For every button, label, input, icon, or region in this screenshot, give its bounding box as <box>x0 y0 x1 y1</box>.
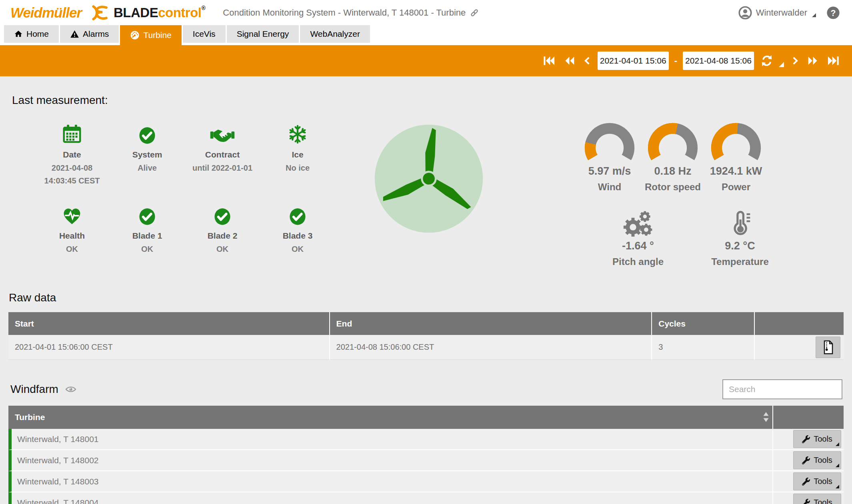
download-zip-button[interactable] <box>816 337 840 358</box>
gauges-row: 5.97 m/s Wind 0.18 Hz Rotor speed 1924.1… <box>578 122 788 193</box>
app-header: Weidmüller BLADEcontrol® Condition Monit… <box>0 0 852 25</box>
fast-forward-icon <box>807 55 819 67</box>
column-header-turbine[interactable]: Turbine <box>8 406 773 429</box>
user-name: Winterwalder <box>756 8 807 18</box>
tools-dropdown-caret-icon <box>836 485 839 488</box>
turbine-gauge-icon <box>130 30 140 40</box>
wind-gauge: 5.97 m/s Wind <box>578 122 641 193</box>
tab-icevis[interactable]: IceVis <box>183 25 226 43</box>
windfarm-header-row: Windfarm <box>10 379 842 399</box>
status-date: Date 2021-04-08 14:03:45 CEST <box>34 122 110 185</box>
wrench-icon <box>802 499 810 504</box>
check-circle-icon <box>138 203 156 226</box>
tools-cell: Tools <box>773 471 844 492</box>
wind-turbine-rotor-icon <box>374 124 484 235</box>
step-forward-button[interactable] <box>788 51 802 70</box>
fast-backward-icon <box>564 55 576 67</box>
visibility-toggle[interactable] <box>65 384 77 394</box>
user-menu[interactable]: Winterwalder <box>738 6 816 20</box>
table-row: Winterwald, T 148003 Tools <box>8 471 844 492</box>
turbine-name-cell: Winterwald, T 148001 <box>8 429 773 450</box>
tools-dropdown-caret-icon <box>836 464 839 467</box>
heart-pulse-icon <box>62 203 82 226</box>
power-gauge: 1924.1 kW Power <box>704 122 768 193</box>
table-row: Winterwald, T 148001 Tools <box>8 429 844 450</box>
skip-to-end-button[interactable] <box>824 51 843 70</box>
tab-turbine[interactable]: Turbine <box>120 25 181 45</box>
windfarm-table: Turbine Winterwald, T 148001 Tools Winte… <box>0 406 852 504</box>
check-circle-icon <box>138 122 156 145</box>
gears-icon <box>622 210 654 237</box>
bladecontrol-logo-icon <box>86 5 109 21</box>
status-grid: Date 2021-04-08 14:03:45 CEST System Ali… <box>34 122 335 254</box>
windfarm-heading: Windfarm <box>10 383 58 396</box>
tools-button[interactable]: Tools <box>793 494 841 504</box>
tools-button[interactable]: Tools <box>793 472 841 490</box>
raw-data-heading: Raw data <box>9 291 852 304</box>
table-row: Winterwald, T 148004 Tools <box>8 492 844 504</box>
skip-start-icon <box>542 54 555 67</box>
fast-backward-button[interactable] <box>560 51 579 70</box>
thermometer-icon <box>727 210 753 237</box>
calendar-icon <box>61 122 83 145</box>
raw-data-row: 2021-04-01 15:06:00 CEST 2021-04-08 15:0… <box>8 335 844 360</box>
bladecontrol-wordmark: BLADEcontrol® <box>114 5 205 20</box>
sort-icon[interactable] <box>763 412 769 422</box>
link-icon[interactable] <box>470 8 479 18</box>
status-health: Health OK <box>34 203 110 254</box>
date-from-input[interactable] <box>598 52 669 70</box>
user-dropdown-caret-icon <box>812 13 816 17</box>
step-forward-icon <box>790 56 800 66</box>
power-gauge-arc <box>709 122 763 165</box>
status-system: System Alive <box>110 122 185 185</box>
svg-text:?: ? <box>831 8 836 18</box>
handshake-icon <box>210 122 235 145</box>
date-to-input[interactable] <box>683 52 754 70</box>
wrench-icon <box>802 456 810 464</box>
rotor-speed-gauge-arc <box>646 122 700 165</box>
tools-dropdown-caret-icon <box>836 442 839 446</box>
status-ice: Ice No ice <box>260 122 335 185</box>
skip-to-start-button[interactable] <box>539 51 558 70</box>
windfarm-table-header: Turbine <box>8 406 844 429</box>
date-range-separator: - <box>674 56 677 66</box>
wrench-icon <box>802 478 810 486</box>
main-tabs: Home Alarms Turbine IceVis Signal Energy… <box>0 25 852 45</box>
page-title: Condition Monitoring System - Winterwald… <box>223 8 479 18</box>
turbine-name-cell: Winterwald, T 148002 <box>8 450 773 471</box>
raw-data-table-header: Start End Cycles <box>8 312 844 335</box>
refresh-icon <box>760 54 773 67</box>
alarm-icon <box>70 30 79 39</box>
wind-gauge-arc <box>583 122 636 165</box>
tools-button[interactable]: Tools <box>793 451 841 469</box>
column-header-cycles: Cycles <box>652 312 755 335</box>
column-header-end: End <box>330 312 652 335</box>
tab-alarms[interactable]: Alarms <box>60 25 119 43</box>
tools-cell: Tools <box>773 450 844 471</box>
user-icon <box>738 6 752 20</box>
weidmuller-logo: Weidmüller <box>10 5 82 21</box>
refresh-options-caret-icon[interactable] <box>779 62 784 67</box>
search-input[interactable] <box>722 379 842 399</box>
help-button[interactable]: ? <box>826 6 840 20</box>
last-measurement-panel: Date 2021-04-08 14:03:45 CEST System Ali… <box>0 122 852 267</box>
skip-end-icon <box>827 54 840 67</box>
tools-cell: Tools <box>773 429 844 450</box>
turbine-name-cell: Winterwald, T 148003 <box>8 471 773 492</box>
turbine-name-cell: Winterwald, T 148004 <box>8 492 773 504</box>
tab-webanalyzer[interactable]: WebAnalyzer <box>300 25 370 43</box>
fast-forward-button[interactable] <box>803 51 822 70</box>
step-backward-button[interactable] <box>581 51 594 70</box>
brand-logo[interactable]: Weidmüller BLADEcontrol® <box>10 5 205 21</box>
tab-home[interactable]: Home <box>4 25 59 43</box>
eye-icon <box>65 384 77 394</box>
tools-button[interactable]: Tools <box>793 430 841 448</box>
extras-row: -1.64 ° Pitch angle <box>578 210 788 267</box>
refresh-button[interactable] <box>757 51 776 70</box>
tab-signal-energy[interactable]: Signal Energy <box>227 25 299 43</box>
check-circle-icon <box>288 203 307 226</box>
wrench-icon <box>802 435 810 443</box>
gauges-panel: 5.97 m/s Wind 0.18 Hz Rotor speed 1924.1… <box>578 122 788 267</box>
raw-end-cell: 2021-04-08 15:06:00 CEST <box>330 335 652 360</box>
status-blade2: Blade 2 OK <box>185 203 260 254</box>
